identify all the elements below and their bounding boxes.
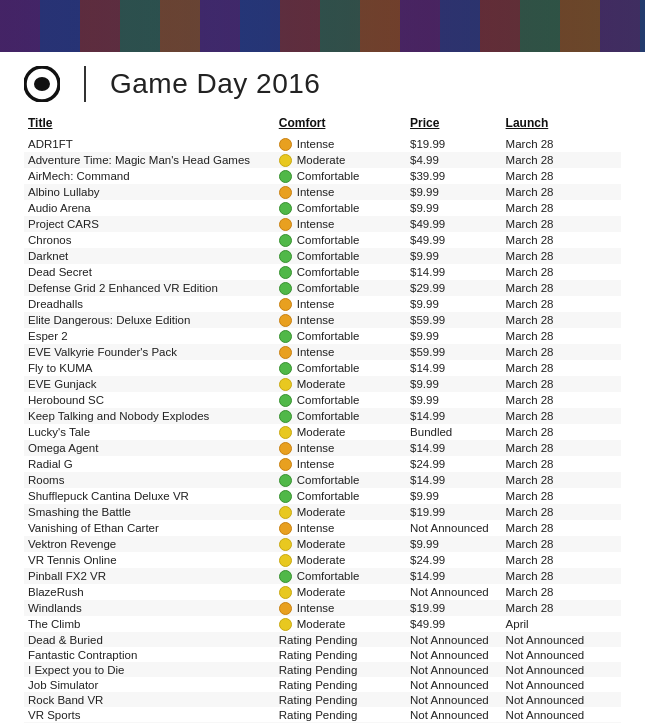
comfort-label: Moderate [297, 586, 346, 598]
comfort-label: Rating Pending [279, 679, 358, 691]
oculus-logo [24, 66, 60, 102]
table-row: Lucky's TaleModerateBundledMarch 28 [24, 424, 621, 440]
game-title: Rock Band VR [24, 692, 275, 707]
game-price: $59.99 [406, 312, 502, 328]
game-comfort: Intense [275, 216, 406, 232]
game-comfort: Comfortable [275, 328, 406, 344]
game-launch: March 28 [502, 136, 621, 152]
table-row: AirMech: CommandComfortable$39.99March 2… [24, 168, 621, 184]
comfort-label: Moderate [297, 618, 346, 630]
game-launch: March 28 [502, 216, 621, 232]
table-row: Dead & BuriedRating PendingNot Announced… [24, 632, 621, 647]
game-comfort: Comfortable [275, 392, 406, 408]
comfort-label: Intense [297, 218, 335, 230]
game-launch: March 28 [502, 488, 621, 504]
header-divider [84, 66, 86, 102]
comfort-icon-intense [279, 138, 292, 151]
game-price: $49.99 [406, 616, 502, 632]
game-title: Audio Arena [24, 200, 275, 216]
game-title: Lucky's Tale [24, 424, 275, 440]
table-row: Adventure Time: Magic Man's Head GamesMo… [24, 152, 621, 168]
comfort-label: Intense [297, 138, 335, 150]
comfort-icon-moderate [279, 618, 292, 631]
table-row: Vektron RevengeModerate$9.99March 28 [24, 536, 621, 552]
game-title: BlazeRush [24, 584, 275, 600]
game-price: $9.99 [406, 488, 502, 504]
game-price: $9.99 [406, 392, 502, 408]
game-price: $9.99 [406, 296, 502, 312]
comfort-label: Comfortable [297, 266, 360, 278]
comfort-label: Intense [297, 458, 335, 470]
game-title: Esper 2 [24, 328, 275, 344]
comfort-icon-moderate [279, 538, 292, 551]
game-launch: March 28 [502, 168, 621, 184]
game-launch: March 28 [502, 408, 621, 424]
game-price: $14.99 [406, 472, 502, 488]
game-comfort: Comfortable [275, 568, 406, 584]
game-comfort: Rating Pending [275, 647, 406, 662]
comfort-icon-moderate [279, 554, 292, 567]
game-comfort: Intense [275, 440, 406, 456]
comfort-icon-intense [279, 186, 292, 199]
game-title: Fly to KUMA [24, 360, 275, 376]
game-launch: March 28 [502, 584, 621, 600]
table-row: BlazeRushModerateNot AnnouncedMarch 28 [24, 584, 621, 600]
game-title: Vektron Revenge [24, 536, 275, 552]
game-launch: March 28 [502, 552, 621, 568]
comfort-icon-intense [279, 522, 292, 535]
game-comfort: Intense [275, 184, 406, 200]
game-title: Windlands [24, 600, 275, 616]
comfort-label: Comfortable [297, 330, 360, 342]
game-price: $9.99 [406, 200, 502, 216]
game-title: Smashing the Battle [24, 504, 275, 520]
table-row: Project CARSIntense$49.99March 28 [24, 216, 621, 232]
game-comfort: Comfortable [275, 232, 406, 248]
game-launch: March 28 [502, 264, 621, 280]
comfort-label: Intense [297, 186, 335, 198]
game-comfort: Moderate [275, 616, 406, 632]
game-comfort: Moderate [275, 152, 406, 168]
table-row: Fantastic ContraptionRating PendingNot A… [24, 647, 621, 662]
game-comfort: Comfortable [275, 488, 406, 504]
comfort-label: Comfortable [297, 490, 360, 502]
game-price: $14.99 [406, 360, 502, 376]
table-row: VR Tennis OnlineModerate$24.99March 28 [24, 552, 621, 568]
comfort-icon-moderate [279, 586, 292, 599]
game-title: Defense Grid 2 Enhanced VR Edition [24, 280, 275, 296]
game-price: $49.99 [406, 216, 502, 232]
table-row: Dead SecretComfortable$14.99March 28 [24, 264, 621, 280]
table-row: Smashing the BattleModerate$19.99March 2… [24, 504, 621, 520]
game-title: Herobound SC [24, 392, 275, 408]
game-comfort: Comfortable [275, 168, 406, 184]
table-row: Elite Dangerous: Deluxe EditionIntense$5… [24, 312, 621, 328]
game-launch: March 28 [502, 152, 621, 168]
comfort-label: Comfortable [297, 394, 360, 406]
table-row: DreadhallsIntense$9.99March 28 [24, 296, 621, 312]
game-price: $9.99 [406, 248, 502, 264]
page-title: Game Day 2016 [110, 68, 320, 100]
game-launch: March 28 [502, 360, 621, 376]
game-comfort: Intense [275, 600, 406, 616]
game-comfort: Rating Pending [275, 662, 406, 677]
game-price: $14.99 [406, 440, 502, 456]
comfort-icon-intense [279, 346, 292, 359]
game-launch: March 28 [502, 392, 621, 408]
game-comfort: Intense [275, 344, 406, 360]
game-title: Job Simulator [24, 677, 275, 692]
game-title: Keep Talking and Nobody Explodes [24, 408, 275, 424]
game-title: I Expect you to Die [24, 662, 275, 677]
comfort-icon-comfortable [279, 250, 292, 263]
game-price: $49.99 [406, 232, 502, 248]
comfort-label: Moderate [297, 554, 346, 566]
comfort-icon-comfortable [279, 490, 292, 503]
game-launch: Not Announced [502, 647, 621, 662]
game-title: Pinball FX2 VR [24, 568, 275, 584]
game-launch: March 28 [502, 520, 621, 536]
game-price: Not Announced [406, 677, 502, 692]
comfort-label: Intense [297, 314, 335, 326]
comfort-label: Rating Pending [279, 634, 358, 646]
table-row: EVE Valkyrie Founder's PackIntense$59.99… [24, 344, 621, 360]
table-row: Defense Grid 2 Enhanced VR EditionComfor… [24, 280, 621, 296]
game-launch: March 28 [502, 536, 621, 552]
table-row: EVE GunjackModerate$9.99March 28 [24, 376, 621, 392]
